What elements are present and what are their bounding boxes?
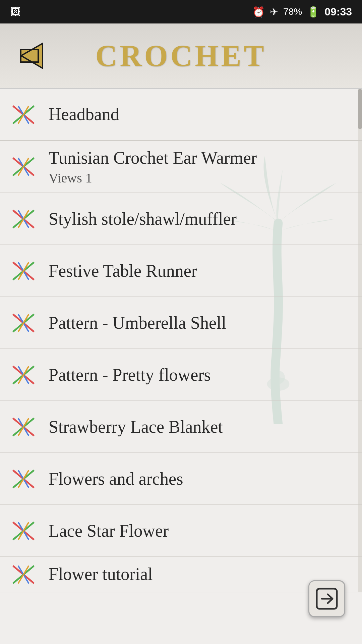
item-content-2: Tunisian Crochet Ear Warmer Views 1 [49, 148, 352, 186]
item-icon-5 [10, 313, 37, 333]
list-item[interactable]: Pattern - Umberella Shell [0, 297, 362, 349]
share-icon [315, 587, 339, 610]
item-title-2: Tunisian Crochet Ear Warmer [49, 148, 352, 168]
item-icon-8 [10, 469, 37, 489]
back-button[interactable] [10, 41, 44, 71]
item-content-9: Lace Star Flower [49, 521, 352, 541]
status-bar-right: ⏰ ✈ 78% 🔋 09:33 [252, 6, 352, 18]
page-title: CROCHET [95, 39, 266, 73]
item-icon-10 [10, 565, 37, 585]
item-title-8: Flowers and arches [49, 469, 352, 489]
battery-percent: 78% [283, 6, 302, 17]
item-content-8: Flowers and arches [49, 469, 352, 489]
item-title-9: Lace Star Flower [49, 521, 352, 541]
item-content-10: Flower tutorial [49, 564, 352, 585]
item-content-6: Pattern - Pretty flowers [49, 365, 352, 385]
item-title-5: Pattern - Umberella Shell [49, 313, 352, 333]
item-title-7: Strawberry Lace Blanket [49, 417, 352, 437]
item-icon-3 [10, 209, 37, 229]
list-item-partial[interactable]: Flower tutorial [0, 557, 362, 592]
list-item[interactable]: Flowers and arches [0, 453, 362, 505]
list-item[interactable]: Festive Table Runner [0, 245, 362, 297]
item-subtitle-2: Views 1 [49, 170, 352, 186]
item-icon-1 [10, 105, 37, 125]
list-container: Headband Tunisian Crochet Ear Warmer Vie… [0, 89, 362, 592]
item-content-5: Pattern - Umberella Shell [49, 313, 352, 333]
list-item[interactable]: Lace Star Flower [0, 505, 362, 557]
battery-icon: 🔋 [307, 6, 319, 18]
item-content-7: Strawberry Lace Blanket [49, 417, 352, 437]
app-header: CROCHET [0, 23, 362, 89]
list-item[interactable]: Headband [0, 89, 362, 141]
time-display: 09:33 [324, 6, 352, 18]
item-content-4: Festive Table Runner [49, 261, 352, 281]
item-icon-7 [10, 417, 37, 437]
item-icon-9 [10, 521, 37, 541]
status-bar-left: 🖼 [10, 6, 21, 18]
list-item[interactable]: Strawberry Lace Blanket [0, 401, 362, 453]
status-bar: 🖼 ⏰ ✈ 78% 🔋 09:33 [0, 0, 362, 23]
item-icon-4 [10, 261, 37, 281]
back-arrow-icon [11, 42, 43, 70]
item-icon-2 [10, 157, 37, 177]
list-item[interactable]: Pattern - Pretty flowers [0, 349, 362, 401]
item-content-1: Headband [49, 104, 352, 125]
list-item[interactable]: Stylish stole/shawl/muffler [0, 193, 362, 245]
item-title-1: Headband [49, 104, 352, 125]
item-title-6: Pattern - Pretty flowers [49, 365, 352, 385]
list-item[interactable]: Tunisian Crochet Ear Warmer Views 1 [0, 141, 362, 193]
image-icon: 🖼 [10, 6, 21, 18]
item-title-4: Festive Table Runner [49, 261, 352, 281]
share-button[interactable] [308, 580, 345, 617]
item-title-3: Stylish stole/shawl/muffler [49, 209, 352, 229]
airplane-icon: ✈ [270, 6, 278, 18]
item-content-3: Stylish stole/shawl/muffler [49, 209, 352, 229]
alarm-icon: ⏰ [252, 6, 265, 18]
item-icon-6 [10, 365, 37, 385]
item-title-10: Flower tutorial [49, 564, 352, 585]
